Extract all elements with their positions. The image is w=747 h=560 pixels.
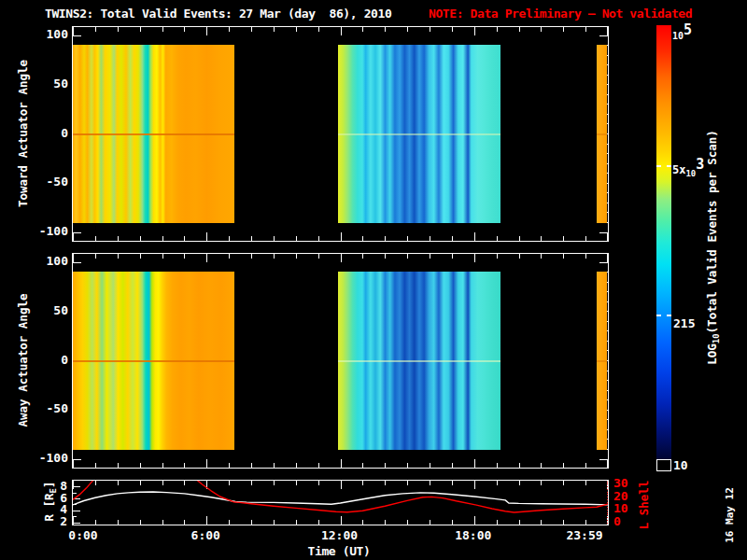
tick xyxy=(95,236,96,241)
tick xyxy=(118,27,119,32)
tick xyxy=(118,254,119,259)
x-tick-label: 0:00 xyxy=(55,528,111,543)
tick xyxy=(341,254,342,262)
lshell-tick-label: 0 xyxy=(613,514,641,529)
tick xyxy=(385,254,386,259)
tick xyxy=(206,254,207,262)
lshell-tick-label: 10 xyxy=(613,501,641,516)
tick xyxy=(229,236,230,241)
tick xyxy=(274,463,275,468)
tick xyxy=(452,254,453,259)
tick xyxy=(274,254,275,259)
tick xyxy=(385,463,386,468)
tick xyxy=(162,236,163,241)
tick xyxy=(452,463,453,468)
colorbar-tick xyxy=(667,165,671,167)
colorbar-mid-label: 5x103 xyxy=(672,161,704,177)
tick xyxy=(140,254,141,259)
tick xyxy=(407,27,408,32)
tick xyxy=(599,459,608,460)
tick xyxy=(73,262,81,263)
tick xyxy=(118,463,119,468)
tick xyxy=(607,232,608,241)
tick xyxy=(162,463,163,468)
tick xyxy=(585,254,586,259)
colorbar xyxy=(656,25,671,460)
tick xyxy=(519,236,520,241)
tick xyxy=(607,459,608,468)
tick xyxy=(385,27,386,32)
tick xyxy=(497,27,498,32)
tick xyxy=(474,254,475,262)
ephemeris-panel xyxy=(72,480,609,525)
tick xyxy=(585,27,586,32)
tick xyxy=(251,236,252,241)
heatmap-away-panel xyxy=(72,253,609,469)
tick xyxy=(318,463,319,468)
tick xyxy=(296,463,297,468)
tick xyxy=(474,27,475,35)
tick xyxy=(541,27,542,32)
y-tick-label: -50 xyxy=(37,401,68,416)
tick xyxy=(452,236,453,241)
y-tick-label: 0 xyxy=(37,126,68,141)
tick xyxy=(95,463,96,468)
colorbar-tick xyxy=(667,315,671,316)
tick xyxy=(184,236,185,241)
tick xyxy=(430,27,430,32)
tick xyxy=(229,27,230,32)
tick xyxy=(140,27,141,32)
tick xyxy=(599,35,608,36)
x-tick-label: 23:59 xyxy=(557,528,613,543)
tick xyxy=(407,254,408,259)
y-tick-label: 50 xyxy=(37,303,68,318)
tick xyxy=(362,463,363,468)
tick xyxy=(407,236,408,241)
time-axis-title: Time (UT) xyxy=(292,544,386,558)
tick xyxy=(73,232,74,241)
tick xyxy=(541,236,542,241)
tick xyxy=(519,27,520,32)
tick xyxy=(497,463,498,468)
colorbar-low-label: 215 xyxy=(673,316,695,330)
tick xyxy=(73,232,81,233)
tick xyxy=(541,463,542,468)
tick xyxy=(140,463,141,468)
tick xyxy=(229,254,230,259)
zero-degree-line xyxy=(338,360,500,362)
plot-date: 16 May 12 xyxy=(724,487,736,543)
tick xyxy=(206,459,207,468)
colorbar-underflow-box xyxy=(656,459,671,471)
tick xyxy=(229,463,230,468)
tick xyxy=(318,27,319,32)
lshell-tick-label: 20 xyxy=(613,489,641,504)
heatmap-toward-panel xyxy=(72,26,609,242)
tick xyxy=(541,254,542,259)
tick xyxy=(563,463,564,468)
r-tick-label: 8 xyxy=(41,479,67,494)
tick xyxy=(318,254,319,259)
tick xyxy=(497,236,498,241)
tick xyxy=(599,232,608,233)
tick xyxy=(184,27,185,32)
tick xyxy=(519,254,520,259)
tick xyxy=(452,27,453,32)
tick xyxy=(385,236,386,241)
colorbar-max-label: 105 xyxy=(672,26,692,43)
tick xyxy=(341,459,342,468)
tick xyxy=(296,236,297,241)
r-curve xyxy=(73,492,608,505)
y-tick-label: -50 xyxy=(37,175,68,189)
tick xyxy=(251,463,252,468)
tick xyxy=(585,463,586,468)
away-axis-title: Away Actuator Angle xyxy=(16,294,30,427)
tick xyxy=(318,236,319,241)
tick xyxy=(362,254,363,259)
x-tick-label: 6:00 xyxy=(177,528,233,543)
zero-degree-line xyxy=(73,360,234,362)
tick xyxy=(563,236,564,241)
title-note: NOTE: Data Preliminary – Not validated xyxy=(429,7,692,21)
tick xyxy=(206,232,207,241)
zero-degree-line xyxy=(73,133,234,135)
tick xyxy=(474,459,475,468)
